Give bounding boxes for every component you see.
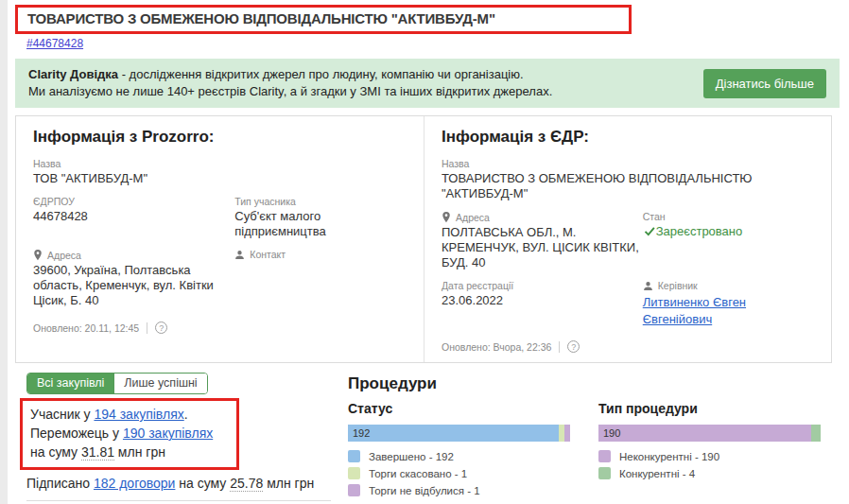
prozorro-participant-type-field: Тип учасника Суб'єкт малого підприємницт… xyxy=(234,196,407,239)
legend-swatch xyxy=(348,450,360,462)
prozorro-edrpou-field: ЄДРПОУ 44678428 xyxy=(33,196,234,239)
edr-address-label: Адреса xyxy=(456,212,490,223)
edr-name-label: Назва xyxy=(442,158,814,169)
bar-segment[interactable] xyxy=(811,425,821,442)
prozorro-contact-field: Контакт xyxy=(234,249,407,308)
clarity-info-banner: Clarity Довідка - дослідження відкритих … xyxy=(15,59,840,108)
bar-segment[interactable]: 190 xyxy=(598,425,811,442)
prozorro-contact-label: Контакт xyxy=(250,249,286,260)
chart-subtitle-type: Тип процедури xyxy=(598,401,821,416)
edr-updated-row: Оновлено: Вчора, 22:36 xyxy=(442,340,814,353)
prozorro-name-label: Назва xyxy=(33,158,407,169)
legend-label: Торги скасовано - 1 xyxy=(369,468,467,479)
legend-item: Неконкурентні - 190 xyxy=(598,450,821,462)
person-icon xyxy=(234,250,245,260)
edr-title: Інформація з ЄДР: xyxy=(442,128,814,147)
help-icon[interactable] xyxy=(567,340,580,353)
prozorro-title: Інформація з Prozorro: xyxy=(33,128,407,147)
prozorro-address-field: Адреса 39600, Україна, Полтавська област… xyxy=(33,249,234,308)
edr-reg-date-field: Дата реєстрації 23.06.2022 xyxy=(442,280,643,327)
banner-line2: Ми аналізуємо не лише 140+ реєстрів Clar… xyxy=(28,84,552,98)
procedures-section-title: Процедури xyxy=(348,374,821,393)
separator xyxy=(559,341,560,353)
check-icon xyxy=(643,225,656,237)
chart-subtitle-status: Статус xyxy=(348,401,570,416)
legend-item: Торги не відбулися - 1 xyxy=(348,484,570,496)
edr-head-field: Керівник Литвиненко Євген Євгенійович xyxy=(643,280,814,327)
edr-reg-date-value: 23.06.2022 xyxy=(442,293,643,308)
signed-sum-value: 25.78 xyxy=(230,476,263,492)
banner-line1: - дослідження відкритих джерел про людин… xyxy=(118,67,524,81)
edr-info-panel: Інформація з ЄДР: Назва ТОВАРИСТВО З ОБМ… xyxy=(424,116,831,362)
signed-contracts-link[interactable]: 182 договори xyxy=(94,476,175,491)
edr-head-label: Керівник xyxy=(658,280,698,291)
page-title: ТОВАРИСТВО З ОБМЕЖЕНОЮ ВІДПОВІДАЛЬНІСТЮ … xyxy=(27,10,619,26)
legend-label: Торги не відбулися - 1 xyxy=(369,485,480,496)
charts-column: Процедури Статус 192 Завершено - 192Торг… xyxy=(340,373,840,504)
prozorro-address-value: 39600, Україна, Полтавська область, Крем… xyxy=(33,263,227,308)
winner-sum-line: на суму 31.81 млн грн xyxy=(30,443,229,461)
edr-state-field: Стан Зареєстровано xyxy=(643,211,814,270)
legend-swatch xyxy=(598,450,611,462)
bar-segment[interactable]: 192 xyxy=(348,425,559,442)
participant-purchases-link[interactable]: 194 закупівлях xyxy=(94,407,183,422)
location-pin-icon xyxy=(33,249,43,261)
bar-segment[interactable] xyxy=(564,425,570,442)
annotation-box-title: ТОВАРИСТВО З ОБМЕЖЕНОЮ ВІДПОВІДАЛЬНІСТЮ … xyxy=(15,5,632,34)
divider xyxy=(26,500,331,501)
signed-contracts-line: Підписано 182 договори на суму 25.78 млн… xyxy=(26,475,340,493)
prozorro-updated-text: Оновлено: 20.11, 12:45 xyxy=(33,322,139,334)
participant-stat-line: Учасник у 194 закупівлях. xyxy=(30,405,229,424)
prozorro-participant-type-label: Тип учасника xyxy=(234,196,407,207)
legend-item: Завершено - 192 xyxy=(348,450,570,462)
edr-reg-date-label: Дата реєстрації xyxy=(442,280,643,291)
edr-name-field: Назва ТОВАРИСТВО З ОБМЕЖЕНОЮ ВІДПОВІДАЛЬ… xyxy=(442,158,814,201)
page-content: ТОВАРИСТВО З ОБМЕЖЕНОЮ ВІДПОВІДАЛЬНІСТЮ … xyxy=(8,0,849,504)
separator xyxy=(147,322,147,334)
procurement-summary-column: Всі закупівлі Лише успішні Учасник у 194… xyxy=(15,373,340,504)
legend-label: Неконкурентні - 190 xyxy=(619,451,719,462)
location-pin-icon xyxy=(442,211,451,223)
legend-label: Завершено - 192 xyxy=(369,451,454,462)
prozorro-address-label: Адреса xyxy=(47,250,81,261)
purchases-filter-group: Всі закупівлі Лише успішні xyxy=(26,373,208,394)
procedures-type-legend: Неконкурентні - 190Конкурентні - 4 xyxy=(598,450,821,479)
procedures-type-chart: Тип процедури 190 Неконкурентні - 190Кон… xyxy=(598,401,821,501)
legend-item: Конкурентні - 4 xyxy=(598,467,821,479)
banner-brand: Clarity Довідка xyxy=(28,67,118,81)
winner-sum-value: 31.81 xyxy=(81,444,114,461)
help-icon[interactable] xyxy=(155,322,167,334)
prozorro-participant-type-value: Суб'єкт малого підприємництва xyxy=(234,209,407,239)
legend-swatch xyxy=(348,484,360,496)
edr-address-field: Адреса ПОЛТАВСЬКА ОБЛ., М. КРЕМЕНЧУК, ВУ… xyxy=(442,211,643,270)
edr-name-value: ТОВАРИСТВО З ОБМЕЖЕНОЮ ВІДПОВІДАЛЬНІСТЮ … xyxy=(442,171,814,201)
edr-address-value: ПОЛТАВСЬКА ОБЛ., М. КРЕМЕНЧУК, ВУЛ. ЦІСИ… xyxy=(442,225,643,270)
prozorro-edrpou-label: ЄДРПОУ xyxy=(33,196,234,207)
prozorro-edrpou-value: 44678428 xyxy=(33,209,234,224)
edr-head-link[interactable]: Литвиненко Євген Євгенійович xyxy=(643,295,746,326)
winner-purchases-link[interactable]: 190 закупівлях xyxy=(123,426,213,441)
legend-label: Конкурентні - 4 xyxy=(619,468,695,479)
legend-item: Торги скасовано - 1 xyxy=(348,467,570,479)
person-icon xyxy=(643,281,653,291)
clarity-company-page: ТОВАРИСТВО З ОБМЕЖЕНОЮ ВІДПОВІДАЛЬНІСТЮ … xyxy=(0,0,849,504)
procedures-type-bar: 190 xyxy=(598,425,821,442)
banner-text: Clarity Довідка - дослідження відкритих … xyxy=(28,66,552,100)
winner-stat-line: Переможець у 190 закупівлях xyxy=(30,424,229,443)
annotation-box-stats: Учасник у 194 закупівлях. Переможець у 1… xyxy=(20,398,239,470)
filter-all-purchases-button[interactable]: Всі закупівлі xyxy=(27,374,113,393)
legend-swatch xyxy=(598,467,611,479)
company-id-link[interactable]: #44678428 xyxy=(26,37,83,50)
learn-more-button[interactable]: Дізнатись більше xyxy=(703,69,826,98)
filter-successful-purchases-button[interactable]: Лише успішні xyxy=(113,374,206,393)
edr-state-label: Стан xyxy=(643,211,814,222)
procedures-status-legend: Завершено - 192Торги скасовано - 1Торги … xyxy=(348,450,570,496)
edr-updated-text: Оновлено: Вчора, 22:36 xyxy=(442,341,551,353)
prozorro-updated-row: Оновлено: 20.11, 12:45 xyxy=(33,322,407,334)
prozorro-info-panel: Інформація з Prozorro: Назва ТОВ "АКТИВБ… xyxy=(16,116,424,362)
prozorro-name-field: Назва ТОВ "АКТИВБУД-М" xyxy=(33,158,407,186)
company-info-card: Інформація з Prozorro: Назва ТОВ "АКТИВБ… xyxy=(15,115,832,363)
procedures-status-bar: 192 xyxy=(348,425,570,442)
edr-state-value: Зареєстровано xyxy=(656,224,743,238)
legend-swatch xyxy=(348,467,360,479)
